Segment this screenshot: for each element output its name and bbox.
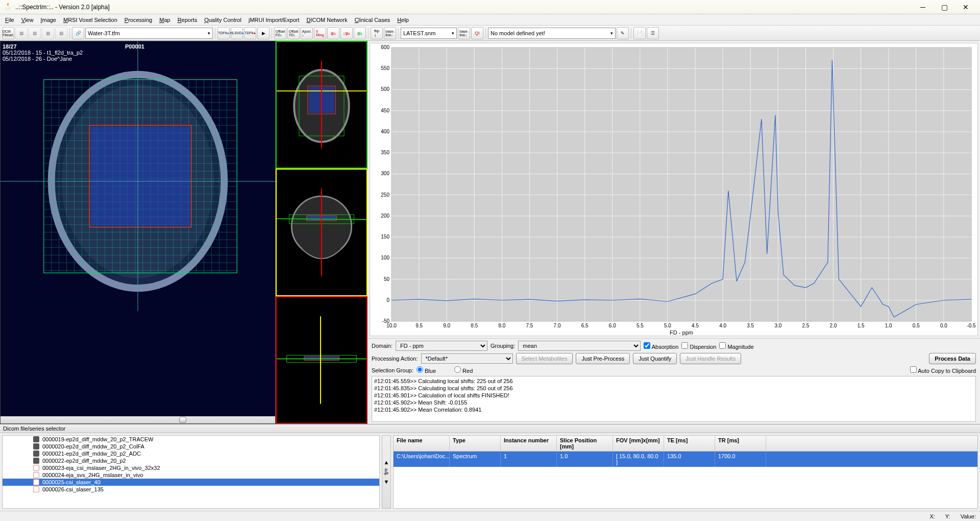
- table-header[interactable]: File name: [394, 436, 450, 451]
- tb-link-icon[interactable]: 🔗: [72, 27, 84, 39]
- tb-tdfdfit-2[interactable]: TDFit●: [244, 27, 256, 39]
- tb-qi[interactable]: Q!: [471, 27, 483, 39]
- table-header[interactable]: Type: [450, 436, 501, 451]
- table-header[interactable]: TR [ms]: [715, 436, 766, 451]
- log-area[interactable]: #12:01:45.559>> Calculating local shifts…: [372, 376, 976, 422]
- tb-phi0-arrow[interactable]: ↓φ₀: [340, 27, 353, 39]
- fitting-model-combo[interactable]: Water-3T.tfm: [85, 28, 213, 39]
- spectrum-chart[interactable]: -500501001502002503003504004505005506001…: [370, 43, 978, 336]
- menu-file[interactable]: File: [2, 16, 17, 24]
- grouping-select[interactable]: mean: [518, 341, 641, 351]
- tb-list-icon[interactable]: ☰: [647, 27, 659, 39]
- adjust-down-icon[interactable]: ▼: [384, 479, 389, 485]
- process-data-button[interactable]: Process Data: [929, 353, 976, 364]
- grouping-label: Grouping:: [491, 343, 515, 349]
- series-item[interactable]: 0000023-eja_csi_mslaser_2HG_in_vivo_32x3…: [3, 464, 379, 471]
- series-item[interactable]: 0000020-ep2d_diff_mddw_20_p2_ColFA: [3, 443, 379, 450]
- select-metabolites-button[interactable]: Select Metabolites: [516, 353, 573, 364]
- auto-copy-check[interactable]: Auto Copy to Clipboard: [910, 366, 976, 374]
- menu-view[interactable]: View: [18, 16, 37, 24]
- menu-processing[interactable]: Processing: [121, 16, 155, 24]
- svg-text:200: 200: [381, 213, 389, 219]
- tb-btn-5[interactable]: ▦: [55, 27, 67, 39]
- menu-clinical-cases[interactable]: Clinical Cases: [352, 16, 394, 24]
- status-y: Y:: [945, 513, 950, 519]
- mini-view-sagittal[interactable]: [276, 296, 368, 424]
- svg-text:6.5: 6.5: [581, 323, 589, 328]
- image-icon: [33, 458, 39, 464]
- tb-zero-fill[interactable]: 0filling: [314, 27, 326, 39]
- mini-view-coronal[interactable]: [276, 169, 368, 296]
- just-quantify-button[interactable]: Just Quantify: [633, 353, 677, 364]
- viewer-axial-main[interactable]: 18/27 05/12/2018 - 15 - t1_fl2d_tra_p2 0…: [0, 41, 276, 424]
- tb-btn-3[interactable]: ▦: [29, 27, 41, 39]
- tb-phi0[interactable]: φ₀: [327, 27, 339, 39]
- mini-view-axial[interactable]: [276, 41, 368, 169]
- tb-baseline[interactable]: base-line↓: [384, 27, 396, 39]
- tb-fileselect[interactable]: DCMFilesel.: [2, 27, 14, 39]
- svg-text:150: 150: [381, 234, 389, 240]
- svg-text:8.5: 8.5: [471, 323, 478, 328]
- magnitude-check[interactable]: Magnitude: [719, 342, 753, 350]
- tb-flip[interactable]: flip↕: [371, 27, 383, 39]
- close-button[interactable]: ✕: [955, 1, 976, 13]
- dispersion-check[interactable]: Dispersion: [681, 342, 716, 350]
- svg-text:100: 100: [381, 255, 389, 260]
- series-item[interactable]: 0000022-ep2d_diff_mddw_20_p2: [3, 457, 379, 464]
- tb-btn-4[interactable]: ▦: [42, 27, 54, 39]
- status-value: Value:: [961, 513, 976, 519]
- selection-group-label: Selection Group:: [372, 367, 413, 373]
- just-preprocess-button[interactable]: Just Pre-Process: [576, 353, 630, 364]
- svg-rect-69: [304, 357, 339, 360]
- study-line-2: 05/12/2018 - 26 - Doe^Jane: [3, 56, 83, 62]
- svg-text:0: 0: [386, 297, 389, 303]
- series-item[interactable]: 0000025-csi_slaser_40: [3, 479, 379, 486]
- menu-reports[interactable]: Reports: [175, 16, 201, 24]
- sel-red-radio[interactable]: Red: [454, 366, 473, 374]
- menu-dicom-network[interactable]: DICOM Network: [304, 16, 351, 24]
- tb-offset-fd[interactable]: OffsetFD↓: [274, 27, 286, 39]
- maximize-button[interactable]: ▢: [934, 1, 954, 13]
- norm-file-combo[interactable]: LATEST.snm: [401, 28, 457, 39]
- processing-action-select[interactable]: *Default*: [421, 353, 513, 364]
- menu-help[interactable]: Help: [394, 16, 412, 24]
- menu-jmrui[interactable]: jMRUI Import/Export: [246, 16, 303, 24]
- file-table[interactable]: File nameTypeInstance numberSlice Positi…: [393, 435, 978, 509]
- sel-blue-radio[interactable]: Blue: [416, 366, 436, 374]
- svg-text:0.0: 0.0: [940, 323, 947, 328]
- series-item[interactable]: 0000026-csi_slaser_135: [3, 486, 379, 493]
- slice-slider[interactable]: [1, 416, 275, 423]
- adjust-bar[interactable]: ▲ adj. ▼: [382, 435, 391, 509]
- series-item[interactable]: 0000019-ep2d_diff_mddw_20_p2_TRACEW: [3, 436, 379, 443]
- absorption-check[interactable]: Absorption: [644, 342, 678, 350]
- tb-offset-td[interactable]: OffsetTD↓: [287, 27, 300, 39]
- svg-text:1.5: 1.5: [857, 323, 865, 328]
- tb-page-icon[interactable]: 📄: [633, 27, 646, 39]
- table-header[interactable]: Instance number: [501, 436, 557, 451]
- menu-mrsi-voxel[interactable]: MRSI Voxel Selection: [60, 16, 120, 24]
- tb-btn-2[interactable]: ▦: [15, 27, 28, 39]
- tb-phi1[interactable]: φ₁: [354, 27, 366, 39]
- tb-baseline2[interactable]: base-line↓: [458, 27, 470, 39]
- adjust-up-icon[interactable]: ▲: [384, 459, 389, 465]
- series-item[interactable]: 0000024-eja_svs_2HG_mslaser_in_vivo: [3, 471, 379, 479]
- menu-quality-control[interactable]: Quality Control: [201, 16, 244, 24]
- just-handle-results-button[interactable]: Just Handle Results: [680, 353, 741, 364]
- tb-apod[interactable]: Apod.↓: [301, 27, 313, 39]
- series-item[interactable]: 0000021-ep2d_diff_mddw_20_p2_ADC: [3, 450, 379, 457]
- tb-flag-icon[interactable]: ▶: [257, 27, 270, 39]
- table-header[interactable]: TE [ms]: [664, 436, 715, 451]
- tb-tdfdfit-1[interactable]: TDFit●: [217, 27, 230, 39]
- table-header[interactable]: Slice Position [mm]: [557, 436, 613, 451]
- spectrum-icon: [33, 472, 39, 478]
- model-status-combo[interactable]: No model defined yet!: [488, 28, 616, 39]
- menu-image[interactable]: Image: [37, 16, 59, 24]
- domain-select[interactable]: FD - ppm: [396, 341, 487, 351]
- table-cell: 1.0: [557, 452, 613, 467]
- menu-map[interactable]: Map: [156, 16, 173, 24]
- minimize-button[interactable]: ─: [913, 1, 933, 13]
- series-list[interactable]: 0000019-ep2d_diff_mddw_20_p2_TRACEW00000…: [2, 435, 380, 509]
- tb-hlsvd[interactable]: HLSVD●: [231, 27, 243, 39]
- tb-edit-icon[interactable]: ✎: [617, 27, 629, 39]
- table-header[interactable]: FOV [mm]x[mm]: [613, 436, 664, 451]
